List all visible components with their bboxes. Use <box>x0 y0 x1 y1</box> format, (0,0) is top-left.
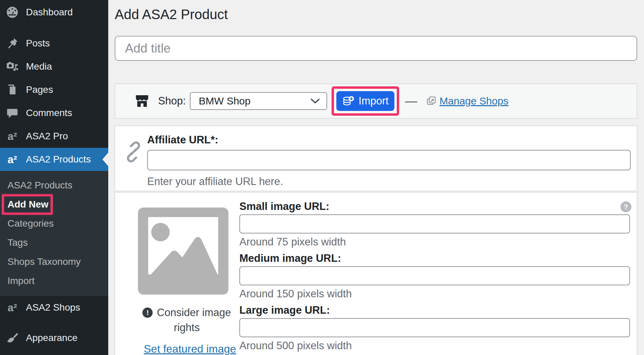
image-url-fields: Small image URL: Around 75 pixels width … <box>239 193 637 355</box>
import-button-label: Import <box>359 95 389 107</box>
sidebar-item-label: Posts <box>26 38 50 49</box>
large-image-url-label: Large image URL: <box>239 304 630 316</box>
asa2-logo-icon: a² <box>5 129 19 143</box>
media-icon <box>5 60 19 73</box>
medium-image-url-helper: Around 150 pixels width <box>239 288 630 300</box>
submenu-item-tags[interactable]: Tags <box>0 233 108 252</box>
chevron-down-icon <box>311 98 320 104</box>
sidebar-item-appearance[interactable]: Appearance <box>0 326 108 350</box>
page-title: Add ASA2 Product <box>115 6 228 23</box>
affiliate-url-label: Affiliate URL*: <box>147 134 631 146</box>
sidebar-item-dashboard[interactable]: Dashboard <box>0 1 108 24</box>
sidebar-item-label: ASA2 Products <box>26 154 91 165</box>
asa2-products-submenu: ASA2 Products Add New Categories Tags Sh… <box>0 171 108 296</box>
sidebar-item-label: ASA2 Shops <box>26 302 80 313</box>
medium-image-url-input[interactable] <box>239 266 630 285</box>
shop-picker-bar: Shop: BMW Shop <box>115 84 637 118</box>
sidebar-item-asa2-products[interactable]: a² ASA2 Products <box>0 148 108 171</box>
shop-select-value: BMW Shop <box>199 95 251 107</box>
help-icon[interactable]: ? <box>620 201 631 212</box>
affiliate-url-helper: Enter your affiliate URL here. <box>147 176 631 187</box>
comments-icon <box>5 106 19 120</box>
shop-label: Shop: <box>158 95 186 107</box>
menu-separator <box>0 319 108 326</box>
medium-image-url-label: Medium image URL: <box>239 253 630 264</box>
import-button[interactable]: Import <box>336 91 394 111</box>
small-image-url-helper: Around 75 pixels width <box>239 236 630 248</box>
database-import-icon <box>342 95 354 107</box>
manage-shops-icon <box>426 96 436 106</box>
affiliate-icon-column <box>115 126 147 191</box>
sidebar-item-comments[interactable]: Comments <box>0 101 108 125</box>
dashboard-icon <box>5 5 19 19</box>
featured-image-column: ! Consider image rights Set featured ima… <box>115 193 239 355</box>
asa2-logo-icon: a² <box>5 153 19 166</box>
menu-separator <box>0 24 108 32</box>
set-featured-image-link[interactable]: Set featured image <box>144 343 236 355</box>
affiliate-url-input[interactable] <box>147 150 631 170</box>
sidebar-item-label: Pages <box>26 84 53 95</box>
pages-icon <box>5 83 19 97</box>
sidebar-item-media[interactable]: Media <box>0 55 108 78</box>
sidebar-item-asa2-shops[interactable]: a² ASA2 Shops <box>0 296 108 319</box>
post-title-input[interactable] <box>115 36 637 61</box>
exclamation-icon: ! <box>142 308 153 318</box>
large-image-url-helper: Around 500 pixels width <box>239 340 630 352</box>
link-chain-icon <box>123 141 144 163</box>
wordpress-admin-screen: Dashboard Posts Media <box>0 0 644 355</box>
small-image-url-input[interactable] <box>239 214 630 233</box>
separator-dash: — <box>405 94 417 108</box>
image-placeholder-icon <box>138 208 228 295</box>
pushpin-icon <box>5 37 19 50</box>
admin-sidebar: Dashboard Posts Media <box>0 0 108 355</box>
submenu-item-shops-taxonomy[interactable]: Shops Taxonomy <box>0 252 108 271</box>
large-image-url-input[interactable] <box>239 318 630 337</box>
image-urls-box: ! Consider image rights Set featured ima… <box>115 192 637 355</box>
submenu-item-asa2-products[interactable]: ASA2 Products <box>0 176 108 195</box>
main-content: Add ASA2 Product Shop: BMW Shop <box>108 0 644 355</box>
affiliate-url-box: Affiliate URL*: Enter your affiliate URL… <box>115 126 637 191</box>
sidebar-item-pages[interactable]: Pages <box>0 78 108 101</box>
sidebar-item-label: Comments <box>26 108 72 118</box>
consider-image-rights-note: ! Consider image rights <box>132 305 241 335</box>
sidebar-item-posts[interactable]: Posts <box>0 32 108 55</box>
submenu-item-import[interactable]: Import <box>0 271 108 290</box>
manage-shops-link[interactable]: Manage Shops <box>439 95 508 107</box>
sidebar-item-label: Appearance <box>26 332 78 343</box>
sidebar-item-label: ASA2 Pro <box>26 131 68 142</box>
store-icon <box>135 94 149 108</box>
small-image-url-label: Small image URL: <box>239 201 630 212</box>
appearance-brush-icon <box>5 331 19 345</box>
sidebar-item-asa2-pro[interactable]: a² ASA2 Pro <box>0 125 108 148</box>
submenu-item-categories[interactable]: Categories <box>0 214 108 233</box>
sidebar-item-label: Dashboard <box>26 7 73 18</box>
import-annotation-box: Import <box>332 86 399 116</box>
active-item-notch <box>102 153 108 166</box>
sidebar-item-label: Media <box>26 61 52 72</box>
submenu-item-add-new[interactable]: Add New <box>0 195 108 214</box>
shop-select[interactable]: BMW Shop <box>190 92 327 110</box>
asa2-logo-icon: a² <box>5 301 19 314</box>
